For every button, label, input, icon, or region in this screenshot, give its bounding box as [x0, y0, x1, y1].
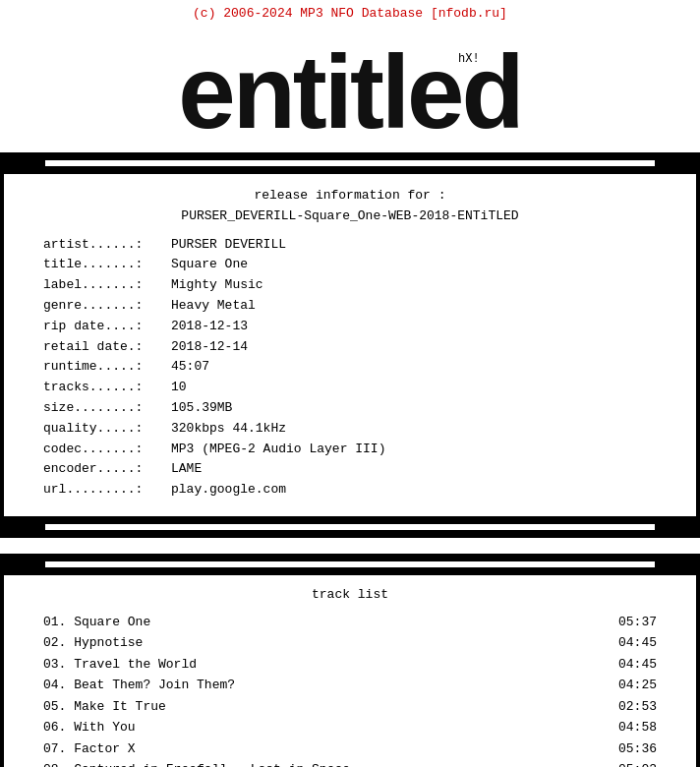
info-value: 2018-12-14: [171, 337, 248, 358]
info-row: size........:105.39MB: [43, 398, 657, 419]
info-value: 105.39MB: [171, 398, 232, 419]
track-name: 02. Hypnotise: [43, 632, 608, 653]
info-value: Mighty Music: [171, 275, 263, 296]
release-header: release information for : PURSER_DEVERIL…: [43, 186, 657, 227]
info-label: tracks......:: [43, 378, 171, 398]
info-label: label.......:: [43, 275, 171, 296]
info-value: play.google.com: [171, 480, 286, 501]
track-row: 02. Hypnotise04:45: [43, 632, 657, 653]
track-row: 05. Make It True02:53: [43, 696, 657, 717]
track-duration: 05:37: [608, 612, 657, 632]
info-value: 10: [171, 378, 187, 398]
track-name: 04. Beat Them? Join Them?: [43, 675, 608, 695]
info-label: rip date....:: [43, 317, 171, 337]
tracklist-top-border: [0, 554, 700, 575]
info-row: codec.......:MP3 (MPEG-2 Audio Layer III…: [43, 440, 657, 460]
svg-text:entitled: entitled: [178, 34, 521, 143]
copyright-text: (c) 2006-2024 MP3 NFO Database [nfodb.ru…: [0, 0, 700, 25]
tracklist-title: track list: [43, 587, 657, 602]
info-value: 45:07: [171, 357, 209, 378]
info-row: encoder.....:LAME: [43, 459, 657, 480]
info-label: title.......:: [43, 255, 171, 275]
release-fields: artist......:PURSER DEVERILLtitle.......…: [43, 235, 657, 501]
release-info: release information for : PURSER_DEVERIL…: [43, 186, 657, 501]
info-label: retail date.:: [43, 337, 171, 358]
info-value: 2018-12-13: [171, 317, 248, 337]
info-row: rip date....:2018-12-13: [43, 317, 657, 337]
track-duration: 05:03: [608, 759, 657, 767]
track-name: 08. Captured in Freefall - Lost in Space: [43, 759, 608, 767]
release-wrapper: release information for : PURSER_DEVERIL…: [0, 174, 700, 516]
info-label: genre.......:: [43, 296, 171, 317]
info-value: MP3 (MPEG-2 Audio Layer III): [171, 440, 385, 460]
release-bottom-border: [0, 516, 700, 538]
track-duration: 04:45: [608, 654, 657, 675]
info-row: quality.....:320kbps 44.1kHz: [43, 419, 657, 440]
info-row: runtime.....:45:07: [43, 357, 657, 378]
track-name: 03. Travel the World: [43, 654, 608, 675]
track-duration: 04:25: [608, 675, 657, 695]
svg-text:hX!: hX!: [458, 52, 480, 66]
info-value: LAME: [171, 459, 202, 480]
info-row: retail date.:2018-12-14: [43, 337, 657, 358]
track-row: 01. Square One05:37: [43, 612, 657, 632]
info-row: label.......:Mighty Music: [43, 275, 657, 296]
release-content: release information for : PURSER_DEVERIL…: [4, 174, 696, 516]
track-row: 03. Travel the World04:45: [43, 654, 657, 675]
track-name: 07. Factor X: [43, 738, 608, 759]
info-label: artist......:: [43, 235, 171, 256]
release-header-line2: PURSER_DEVERILL-Square_One-WEB-2018-ENTi…: [43, 206, 657, 227]
info-label: url.........:: [43, 480, 171, 501]
info-label: quality.....:: [43, 419, 171, 440]
logo-svg: entitled hX!: [35, 34, 665, 143]
track-duration: 05:36: [608, 738, 657, 759]
track-name: 05. Make It True: [43, 696, 608, 717]
info-label: encoder.....:: [43, 459, 171, 480]
track-duration: 04:45: [608, 632, 657, 653]
track-list: 01. Square One05:3702. Hypnotise04:4503.…: [43, 612, 657, 767]
track-duration: 04:58: [608, 717, 657, 738]
info-label: size........:: [43, 398, 171, 419]
info-row: url.........:play.google.com: [43, 480, 657, 501]
info-value: 320kbps 44.1kHz: [171, 419, 286, 440]
info-value: Heavy Metal: [171, 296, 256, 317]
release-section: release information for : PURSER_DEVERIL…: [0, 152, 700, 538]
tracklist-content: track list 01. Square One05:3702. Hypnot…: [4, 575, 696, 767]
info-row: title.......:Square One: [43, 255, 657, 275]
track-duration: 02:53: [608, 696, 657, 717]
track-row: 04. Beat Them? Join Them?04:25: [43, 675, 657, 695]
release-header-line1: release information for :: [43, 186, 657, 206]
info-row: genre.......:Heavy Metal: [43, 296, 657, 317]
track-name: 06. With You: [43, 717, 608, 738]
track-row: 07. Factor X05:36: [43, 738, 657, 759]
tracklist-wrapper: track list 01. Square One05:3702. Hypnot…: [0, 575, 700, 767]
info-value: Square One: [171, 255, 248, 275]
spacer-1: [0, 538, 700, 554]
info-row: artist......:PURSER DEVERILL: [43, 235, 657, 256]
info-label: codec.......:: [43, 440, 171, 460]
info-row: tracks......:10: [43, 378, 657, 398]
logo-area: entitled hX!: [0, 25, 700, 152]
tracklist-section: track list 01. Square One05:3702. Hypnot…: [0, 554, 700, 767]
track-row: 06. With You04:58: [43, 717, 657, 738]
info-value: PURSER DEVERILL: [171, 235, 286, 256]
track-name: 01. Square One: [43, 612, 608, 632]
info-label: runtime.....:: [43, 357, 171, 378]
release-top-border: [0, 152, 700, 174]
track-row: 08. Captured in Freefall - Lost in Space…: [43, 759, 657, 767]
